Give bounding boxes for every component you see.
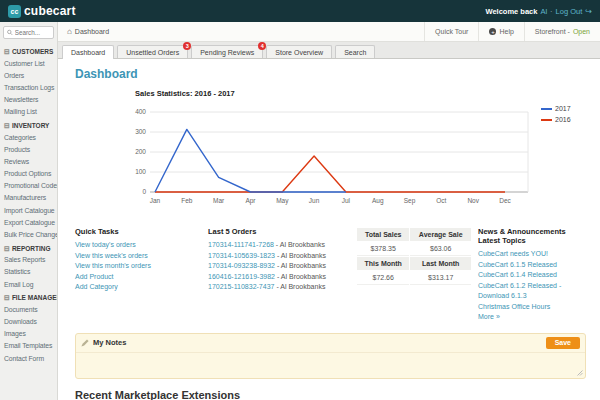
- order-customer: - Al Brookbanks: [275, 252, 326, 259]
- summary-columns: Quick Tasks View today's ordersView this…: [75, 227, 586, 323]
- sidebar-item-email-log[interactable]: Email Log: [0, 278, 57, 290]
- this-month-value: $72.66: [357, 271, 409, 285]
- tab-label: Search: [344, 49, 366, 56]
- sidebar-item-bulk-price-change[interactable]: Bulk Price Change: [0, 228, 57, 240]
- quick-task-link[interactable]: View this week's orders: [75, 251, 202, 262]
- sidebar-item-manufacturers[interactable]: Manufacturers: [0, 192, 57, 204]
- notes-textarea[interactable]: [76, 353, 585, 378]
- save-notes-button[interactable]: Save: [546, 337, 580, 349]
- sidebar-item-sales-reports[interactable]: Sales Reports: [0, 254, 57, 266]
- my-notes-title: My Notes: [93, 338, 126, 347]
- sales-chart: Sales Statistics: 2016 - 2017 0100200300…: [133, 89, 600, 215]
- sidebar-item-export-catalogue[interactable]: Export Catalogue: [0, 216, 57, 228]
- sidebar-item-newsletters[interactable]: Newsletters: [0, 94, 57, 106]
- quick-task-link[interactable]: View today's orders: [75, 240, 202, 251]
- sidebar-section-file-manager[interactable]: ⊟FILE MANAGER: [0, 290, 57, 303]
- order-number-link[interactable]: 170314-111741-7268: [208, 241, 274, 248]
- sidebar-item-products[interactable]: Products: [0, 143, 57, 155]
- news-topic-link[interactable]: CubeCart needs YOU!: [478, 249, 586, 260]
- quick-task-link[interactable]: Add Category: [75, 282, 202, 293]
- tab-store-overview[interactable]: Store Overview: [266, 45, 332, 58]
- quick-tour-button[interactable]: Quick Tour: [424, 22, 478, 41]
- user-link[interactable]: Al: [540, 7, 547, 16]
- sidebar-item-categories[interactable]: Categories: [0, 131, 57, 143]
- tab-dashboard[interactable]: Dashboard: [62, 45, 114, 59]
- help-label: Help: [499, 28, 513, 35]
- resize-handle-icon[interactable]: [577, 370, 583, 376]
- separator: ·: [550, 7, 553, 16]
- news-topic-link[interactable]: Christmas Office Hours: [478, 302, 586, 313]
- sidebar-item-downloads[interactable]: Downloads: [0, 315, 57, 327]
- this-month-header: This Month: [357, 257, 409, 270]
- last-month-header: Last Month: [410, 257, 471, 270]
- sidebar-item-customer-list[interactable]: Customer List: [0, 57, 57, 69]
- order-number-link[interactable]: 160416-121619-3982: [208, 273, 275, 280]
- cubecart-logo[interactable]: cc cubecart: [8, 4, 76, 18]
- tab-badge: 3: [183, 42, 191, 50]
- utility-bar: ⌂ Dashboard Quick Tour + Help Storefront…: [58, 22, 600, 42]
- storefront-label: Storefront -: [535, 28, 570, 35]
- tab-pending-reviews[interactable]: Pending Reviews4: [191, 45, 263, 58]
- svg-text:Feb: Feb: [181, 197, 193, 204]
- sidebar-item-images[interactable]: Images: [0, 328, 57, 340]
- tab-bar: DashboardUnsettled Orders3Pending Review…: [58, 42, 600, 59]
- order-customer: - Al Brookbanks: [274, 283, 325, 290]
- total-sales-header: Total Sales: [357, 228, 409, 241]
- order-row: 170215-110832-7437 - Al Brookbanks: [208, 282, 350, 293]
- news-topic-link[interactable]: CubeCart 6.1.2 Released - Download 6.1.3: [478, 281, 586, 302]
- top-bar: cc cubecart Welcome back Al · Log Out ↪: [0, 0, 600, 22]
- quick-task-link[interactable]: Add Product: [75, 272, 202, 283]
- sidebar-item-import-catalogue[interactable]: Import Catalogue: [0, 204, 57, 216]
- sidebar-item-statistics[interactable]: Statistics: [0, 266, 57, 278]
- sidebar-item-contact-form[interactable]: Contact Form: [0, 352, 57, 364]
- legend-entry-2017: 2017: [541, 105, 571, 112]
- news-more-link[interactable]: More »: [478, 312, 586, 323]
- sidebar-item-orders[interactable]: Orders: [0, 69, 57, 81]
- breadcrumb[interactable]: ⌂ Dashboard: [58, 28, 118, 36]
- tab-unsettled-orders[interactable]: Unsettled Orders3: [117, 45, 188, 58]
- sidebar-item-mailing-list[interactable]: Mailing List: [0, 106, 57, 118]
- collapse-icon: ⊟: [4, 48, 10, 55]
- sales-stats-table: Total Sales Average Sale $378.35 $63.06 …: [356, 227, 472, 286]
- legend-label: 2017: [555, 105, 571, 112]
- logout-link[interactable]: Log Out: [556, 7, 583, 16]
- logout-icon[interactable]: ↪: [585, 7, 592, 16]
- search-input[interactable]: [15, 29, 50, 36]
- sidebar-item-product-options[interactable]: Product Options: [0, 168, 57, 180]
- quick-task-link[interactable]: View this month's orders: [75, 261, 202, 272]
- tab-badge: 4: [258, 42, 266, 50]
- pencil-icon: [81, 339, 89, 347]
- collapse-icon: ⊟: [4, 122, 10, 129]
- svg-text:Apr: Apr: [245, 197, 256, 205]
- collapse-icon: ⊟: [4, 245, 10, 252]
- sidebar-item-documents[interactable]: Documents: [0, 303, 57, 315]
- sidebar-section-reporting[interactable]: ⊟REPORTING: [0, 241, 57, 254]
- order-customer: - Al Brookbanks: [275, 273, 326, 280]
- cubecart-logo-icon: cc: [8, 5, 21, 18]
- sidebar-item-transaction-logs[interactable]: Transaction Logs: [0, 81, 57, 93]
- svg-text:Sep: Sep: [404, 197, 416, 205]
- sidebar-section-label: INVENTORY: [12, 122, 50, 129]
- storefront-button[interactable]: Storefront - Open: [524, 22, 600, 41]
- chart-title: Sales Statistics: 2016 - 2017: [135, 89, 600, 98]
- sidebar-item-reviews[interactable]: Reviews: [0, 155, 57, 167]
- news-topic-link[interactable]: CubeCart 6.1.4 Released: [478, 270, 586, 281]
- sidebar-section-label: REPORTING: [12, 245, 51, 252]
- sidebar-item-email-templates[interactable]: Email Templates: [0, 340, 57, 352]
- home-icon: ⌂: [67, 28, 72, 36]
- sidebar-item-promotional-codes[interactable]: Promotional Codes: [0, 180, 57, 192]
- sidebar-section-customers[interactable]: ⊟CUSTOMERS: [0, 44, 57, 57]
- sidebar: ⊟CUSTOMERSCustomer ListOrdersTransaction…: [0, 22, 58, 400]
- tab-search[interactable]: Search: [335, 45, 375, 58]
- sidebar-section-inventory[interactable]: ⊟INVENTORY: [0, 118, 57, 131]
- search-icon: [7, 29, 13, 36]
- help-button[interactable]: + Help: [478, 22, 523, 41]
- news-title: News & Announcements Latest Topics: [478, 227, 586, 245]
- sidebar-nav: ⊟CUSTOMERSCustomer ListOrdersTransaction…: [0, 44, 57, 364]
- news-topic-link[interactable]: CubeCart 6.1.5 Released: [478, 260, 586, 271]
- legend-label: 2016: [555, 116, 571, 123]
- order-number-link[interactable]: 170314-105639-1823: [208, 252, 275, 259]
- order-number-link[interactable]: 170215-110832-7437: [208, 283, 274, 290]
- sidebar-search[interactable]: [3, 26, 54, 39]
- order-number-link[interactable]: 170314-093238-8932: [208, 262, 275, 269]
